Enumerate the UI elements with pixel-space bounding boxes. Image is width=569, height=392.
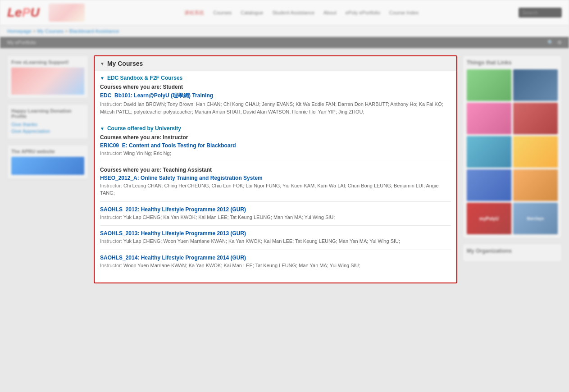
main-layout: Free eLearning Support! Happy Learning D…	[0, 48, 569, 364]
category-university-header: ▼ Course offered by University	[100, 125, 451, 132]
right-widget-links: Things that Links myPolyU Barclays	[463, 55, 562, 238]
course-eric09-instructor-list: Wing Yin Ng; Eric Ng;	[123, 150, 171, 156]
nav-course-index[interactable]: ePoly ePortfolio	[346, 10, 380, 15]
link-image-6[interactable]	[513, 136, 558, 168]
image-grid: myPolyU Barclays	[467, 69, 558, 234]
course-saohls2012-link[interactable]: SAOHLS_2012: Healthy Lifestyle Programme…	[100, 206, 451, 213]
collapse-icon[interactable]: ▼	[100, 61, 105, 66]
nav-catalogue[interactable]: Courses	[213, 10, 232, 15]
sidebar-widget-2-title: Happy Learning Donation Profile	[11, 108, 84, 119]
course-saohls2013-link[interactable]: SAOHLS_2013: Healthy Lifestyle Programme…	[100, 230, 451, 237]
subnav: My ePortfolio 🔍 ⚙	[0, 37, 569, 48]
logo: LePU	[7, 5, 40, 20]
breadcrumb-assistance[interactable]: Blackboard Assistance	[69, 28, 119, 34]
category-edc-header: ▼ EDC Sandbox & F2F Courses	[100, 75, 451, 81]
instructor-label-saohls2012: Instructor:	[100, 214, 122, 220]
instructor-label-eric09: Instructor:	[100, 150, 122, 156]
role-student-label: Courses where you are: Student	[100, 84, 451, 90]
subnav-settings[interactable]: ⚙	[557, 40, 562, 46]
instructor-label: Instructor:	[100, 101, 122, 107]
right-widget-title: Things that Links	[467, 59, 558, 66]
link-image-1[interactable]	[467, 69, 511, 101]
sidebar-link-1[interactable]: Give thanks	[11, 122, 84, 127]
link-image-5[interactable]	[467, 136, 511, 168]
sidebar-widget-2: Happy Learning Donation Profile Give tha…	[7, 104, 88, 139]
link-image-7[interactable]	[467, 169, 511, 201]
header-search-box	[519, 8, 562, 18]
course-item-hseo2012: HSEO_2012_A: Online Safety Training and …	[100, 175, 451, 202]
header-nav: 课程系统 Courses Catalogue Student Assistanc…	[184, 9, 419, 16]
course-saohls2013-instructor-list: Yuk Lap CHENG; Woon Yuen Marriane KWAN; …	[123, 238, 400, 244]
nav-extra[interactable]: Course Index	[389, 10, 419, 15]
header: LePU 课程系统 Courses Catalogue Student Assi…	[0, 0, 569, 26]
my-courses-title: My Courses	[107, 60, 143, 67]
nav-student[interactable]: Catalogue	[241, 10, 263, 15]
category-university-link[interactable]: Course offered by University	[107, 125, 181, 132]
sidebar-widget-1-title: Free eLearning Support!	[11, 59, 84, 65]
category-edc-triangle[interactable]: ▼	[100, 76, 105, 81]
sidebar-image-1	[11, 68, 84, 95]
right-widget-organizations: My Organizations	[463, 244, 562, 262]
course-eric09-instructors: Instructor: Wing Yin Ng; Eric Ng;	[100, 150, 451, 157]
course-saohls2014-link[interactable]: SAOHLS_2014: Healthy Lifestyle Programme…	[100, 255, 451, 261]
course-saohls2012-instructors: Instructor: Yuk Lap CHENG; Ka Yan KWOK; …	[100, 214, 451, 221]
course-item-eric09: ERIC09_E: Content and Tools Testing for …	[100, 142, 451, 162]
course-edc-bb101-instructors: Instructor: David Ian BROWN; Tony Brown;…	[100, 100, 451, 115]
right-widget-org-title: My Organizations	[467, 248, 558, 254]
course-saohls2014-instructor-list: Woon Yuen Marriane KWAN; Ka Yan KWOK; Ka…	[123, 263, 360, 268]
sidebar-link-2[interactable]: Give Appreciation	[11, 128, 84, 134]
category-university-triangle[interactable]: ▼	[100, 126, 105, 131]
category-edc-link[interactable]: EDC Sandbox & F2F Courses	[107, 75, 182, 81]
instructor-label-hseo2012: Instructor:	[100, 183, 122, 188]
course-hseo2012-link[interactable]: HSEO_2012_A: Online Safety Training and …	[100, 175, 451, 181]
course-edc-bb101-link[interactable]: EDC_Bb101: Learn@PolyU (理學網) Training	[100, 92, 451, 100]
sidebar-widget-3: The APRU website	[7, 145, 88, 179]
search-input[interactable]	[522, 10, 558, 15]
course-saohls2012-instructor-list: Yuk Lap CHENG; Ka Yan KWOK; Kai Man LEE;…	[123, 214, 335, 220]
role-ta-label: Courses where you are: Teaching Assistan…	[100, 167, 451, 173]
course-item-edc-bb101: EDC_Bb101: Learn@PolyU (理學網) Training In…	[100, 92, 451, 120]
subnav-eportfolio[interactable]: My ePortfolio	[7, 40, 36, 46]
link-image-3[interactable]	[467, 103, 511, 134]
course-saohls2013-instructors: Instructor: Yuk Lap CHENG; Woon Yuen Mar…	[100, 237, 451, 245]
course-item-saohls2012: SAOHLS_2012: Healthy Lifestyle Programme…	[100, 206, 451, 226]
center-content: ▼ My Courses ▼ EDC Sandbox & F2F Courses…	[94, 55, 457, 356]
course-edc-bb101-instructor-list: David Ian BROWN; Tony Brown; Han CHAN; C…	[100, 101, 443, 114]
nav-about[interactable]: Student Assistance	[272, 10, 314, 15]
sidebar-widget-1: Free eLearning Support!	[7, 55, 88, 99]
breadcrumb-home[interactable]: Homepage	[7, 28, 32, 34]
link-image-barclays[interactable]: Barclays	[513, 203, 558, 234]
link-image-4[interactable]	[513, 103, 558, 134]
my-courses-box: ▼ My Courses ▼ EDC Sandbox & F2F Courses…	[94, 55, 457, 283]
course-eric09-link[interactable]: ERIC09_E: Content and Tools Testing for …	[100, 142, 451, 149]
sidebar-banner	[11, 157, 84, 175]
instructor-label-saohls2013: Instructor:	[100, 238, 122, 244]
my-courses-header: ▼ My Courses	[95, 56, 456, 71]
nav-eportfolio[interactable]: About	[323, 10, 337, 15]
breadcrumb-mycourses[interactable]: My Courses	[37, 28, 64, 34]
role-instructor-label: Courses where you are: Instructor	[100, 134, 451, 141]
link-image-2[interactable]	[513, 69, 558, 101]
nav-courses[interactable]: 课程系统	[184, 9, 204, 16]
course-hseo2012-instructors: Instructor: Chi Leung CHAN; Ching Hei CH…	[100, 182, 451, 197]
left-sidebar: Free eLearning Support! Happy Learning D…	[7, 55, 88, 356]
course-item-saohls2013: SAOHLS_2013: Healthy Lifestyle Programme…	[100, 230, 451, 250]
link-image-polyu[interactable]: myPolyU	[467, 203, 511, 234]
breadcrumb: Homepage > My Courses > Blackboard Assis…	[0, 26, 569, 37]
link-image-8[interactable]	[513, 169, 558, 201]
right-sidebar: Things that Links myPolyU Barclays My Or…	[463, 55, 562, 356]
category-university: ▼ Course offered by University Courses w…	[100, 125, 451, 273]
course-item-saohls2014: SAOHLS_2014: Healthy Lifestyle Programme…	[100, 255, 451, 274]
category-edc: ▼ EDC Sandbox & F2F Courses Courses wher…	[100, 75, 451, 120]
courses-content: ▼ EDC Sandbox & F2F Courses Courses wher…	[95, 71, 456, 283]
sidebar-widget-3-title: The APRU website	[11, 149, 84, 154]
course-hseo2012-instructor-list: Chi Leung CHAN; Ching Hei CHEUNG; Chiu L…	[100, 183, 439, 196]
subnav-search[interactable]: 🔍	[547, 40, 554, 46]
instructor-label-saohls2014: Instructor:	[100, 263, 122, 268]
course-saohls2014-instructors: Instructor: Woon Yuen Marriane KWAN; Ka …	[100, 262, 451, 269]
